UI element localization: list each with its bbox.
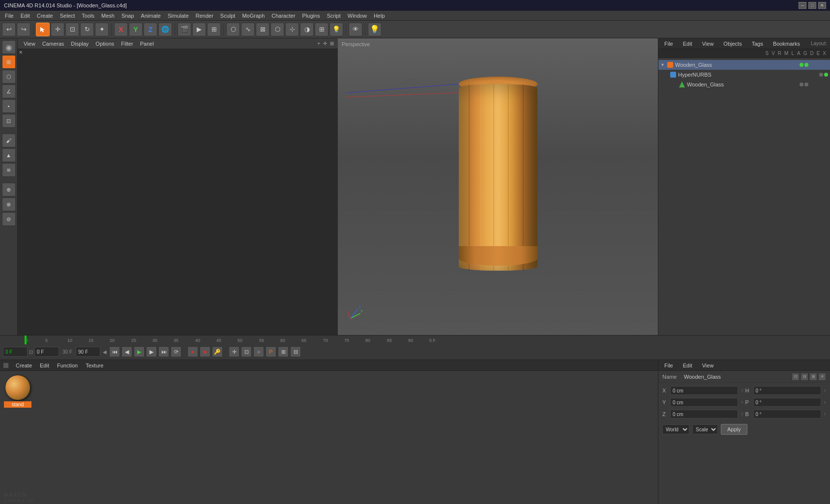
- undo-button[interactable]: ↩: [2, 23, 16, 36]
- render-region-button[interactable]: ⊞: [207, 23, 221, 36]
- timeline-btn5[interactable]: ⊞: [278, 346, 289, 357]
- viewport-filter-menu[interactable]: Filter: [118, 40, 136, 48]
- tree-item-hypernurbs[interactable]: HyperNURBS: [658, 70, 830, 80]
- menu-tools[interactable]: Tools: [79, 12, 97, 20]
- obj-objects-menu[interactable]: Objects: [720, 40, 744, 48]
- z-axis-button[interactable]: Z: [144, 23, 157, 36]
- viewport-icon-grid[interactable]: ⊞: [329, 40, 335, 47]
- stop-button[interactable]: ■: [200, 346, 210, 357]
- stereo-button[interactable]: 👁: [349, 23, 362, 36]
- loop-button[interactable]: ⟳: [171, 346, 181, 357]
- menu-window[interactable]: Window: [345, 12, 370, 20]
- rotate-tool-button[interactable]: ↻: [80, 23, 94, 36]
- menu-render[interactable]: Render: [193, 12, 216, 20]
- render-preview-button[interactable]: 🎬: [178, 23, 191, 36]
- record-button[interactable]: ●: [187, 346, 198, 357]
- name-icon-3[interactable]: ⊞: [809, 373, 817, 381]
- 3d-object-cylinder[interactable]: [459, 84, 537, 271]
- dot-s1[interactable]: [800, 63, 803, 67]
- coord-x-input[interactable]: [670, 386, 738, 395]
- spline-button[interactable]: ∿: [241, 23, 255, 36]
- dot-v2[interactable]: [824, 73, 828, 77]
- dot-v3[interactable]: [804, 83, 808, 86]
- select-tool-button[interactable]: [36, 23, 50, 36]
- viewport-cameras-menu[interactable]: Cameras: [39, 40, 67, 48]
- y-axis-button[interactable]: Y: [129, 23, 143, 36]
- coord-z-input[interactable]: [670, 410, 738, 419]
- coord-y-input[interactable]: [670, 398, 738, 407]
- viewport-display-menu[interactable]: Display: [68, 40, 91, 48]
- field-button[interactable]: ◑: [300, 23, 314, 36]
- menu-file[interactable]: File: [2, 12, 17, 20]
- mat-function-menu[interactable]: Function: [54, 362, 81, 369]
- edge-mode-button[interactable]: ∠: [2, 84, 16, 98]
- coord-b-input[interactable]: [753, 410, 821, 419]
- coord-file-menu[interactable]: File: [661, 362, 676, 369]
- next-frame-button[interactable]: ▶: [146, 346, 157, 357]
- mat-edit-menu[interactable]: Edit: [37, 362, 52, 369]
- tree-item-wooden-glass-root[interactable]: ▼ Wooden_Glass: [658, 60, 830, 70]
- apply-button[interactable]: Apply: [721, 424, 747, 435]
- render-settings-button[interactable]: 💡: [368, 23, 382, 36]
- mat-texture-menu[interactable]: Texture: [83, 362, 106, 369]
- coord-edit-menu[interactable]: Edit: [680, 362, 695, 369]
- menu-mesh[interactable]: Mesh: [98, 12, 118, 20]
- viewport-panel-menu[interactable]: Panel: [137, 40, 157, 48]
- timeline-btn3[interactable]: ○: [253, 346, 264, 357]
- timeline-btn1[interactable]: ✛: [229, 346, 239, 357]
- menu-help[interactable]: Help: [371, 12, 388, 20]
- loop-button[interactable]: ⊘: [2, 212, 16, 226]
- obj-bookmarks-menu[interactable]: Bookmarks: [770, 40, 803, 48]
- current-frame-display[interactable]: 0 F: [3, 347, 28, 357]
- terrain-button[interactable]: ▲: [2, 148, 16, 162]
- scale-tool-button[interactable]: ⊡: [65, 23, 79, 36]
- scale-dropdown[interactable]: Scale: [692, 424, 718, 434]
- minimize-button[interactable]: ─: [799, 2, 806, 9]
- point-mode-button[interactable]: •: [2, 99, 16, 113]
- world-dropdown[interactable]: World Object: [662, 424, 689, 434]
- viewport-options-menu[interactable]: Options: [92, 40, 117, 48]
- goto-start-button[interactable]: ⏮: [109, 346, 120, 357]
- name-icon-1[interactable]: ⊡: [792, 373, 800, 381]
- light-button[interactable]: 💡: [329, 23, 343, 36]
- viewport-icon-cross[interactable]: ✛: [322, 40, 328, 47]
- frame-field[interactable]: 0 F: [34, 347, 59, 357]
- auto-key-button[interactable]: 🔑: [212, 346, 223, 357]
- menu-script[interactable]: Script: [324, 12, 344, 20]
- viewport-icon-close[interactable]: ✕: [18, 49, 338, 56]
- dot-s3[interactable]: [800, 83, 803, 86]
- viewport-icon-plus[interactable]: +: [316, 40, 321, 47]
- redo-button[interactable]: ↪: [17, 23, 30, 36]
- coord-h-input[interactable]: [753, 386, 821, 395]
- obj-tags-menu[interactable]: Tags: [749, 40, 766, 48]
- timeline-btn6[interactable]: ⊟: [290, 346, 301, 357]
- x-axis-button[interactable]: X: [114, 23, 128, 36]
- mat-create-menu[interactable]: Create: [13, 362, 35, 369]
- object-mode-button[interactable]: ⊞: [2, 55, 16, 69]
- menu-mograph[interactable]: MoGraph: [239, 12, 267, 20]
- knife-button[interactable]: ⊗: [2, 197, 16, 211]
- goto-end-button[interactable]: ⏭: [158, 346, 169, 357]
- deform-button[interactable]: ⬡: [270, 23, 284, 36]
- tree-item-wooden-glass-child[interactable]: Wooden_Glass: [658, 80, 830, 89]
- move-tool-button[interactable]: ✛: [51, 23, 64, 36]
- name-icon-4[interactable]: ✕: [818, 373, 826, 381]
- camera-button[interactable]: ⊞: [315, 23, 328, 36]
- viewport-view-menu[interactable]: View: [21, 40, 38, 48]
- material-swatch-stand[interactable]: stand: [4, 375, 31, 408]
- timeline-btn4[interactable]: P: [266, 346, 276, 357]
- dot-s2[interactable]: [819, 73, 823, 77]
- menu-select[interactable]: Select: [57, 12, 78, 20]
- array-button[interactable]: ⊹: [285, 23, 299, 36]
- magnet-button[interactable]: ⊕: [2, 183, 16, 196]
- menu-animate[interactable]: Animate: [138, 12, 164, 20]
- uvw-mode-button[interactable]: ⊡: [2, 114, 16, 128]
- menu-edit[interactable]: Edit: [18, 12, 33, 20]
- play-button[interactable]: ▶: [134, 346, 145, 357]
- end-frame-display[interactable]: 90 F: [76, 347, 100, 357]
- coord-p-input[interactable]: [753, 398, 821, 407]
- menu-character[interactable]: Character: [268, 12, 298, 20]
- dot-v1[interactable]: [804, 63, 808, 67]
- coord-view-menu[interactable]: View: [699, 362, 717, 369]
- smooth-button[interactable]: ≋: [2, 163, 16, 177]
